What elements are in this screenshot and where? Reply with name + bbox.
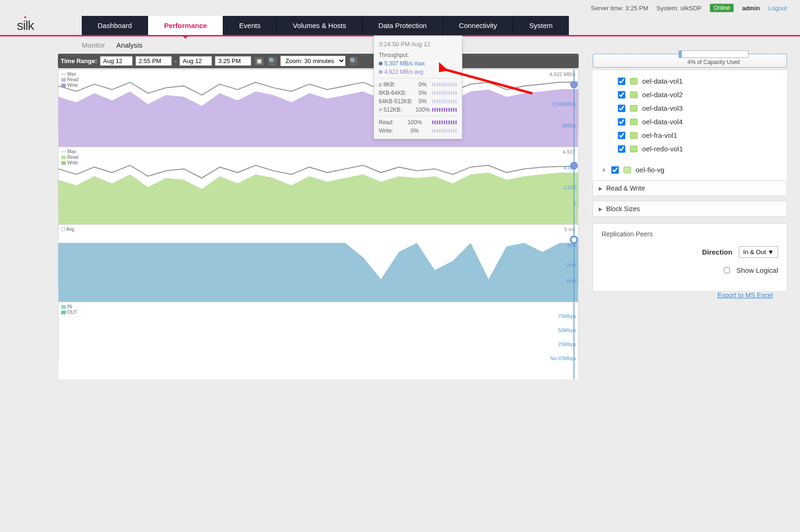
time-range-label: Time Range: [61, 57, 97, 64]
bandwidth-chart[interactable]: IN OUT 75Mbps 50Mbps 25Mbps No IOMbps [58, 302, 579, 362]
volume-checkbox[interactable] [618, 132, 625, 139]
read-write-panel[interactable]: Read & Write [593, 180, 787, 196]
tooltip-avg: 4,922 MB/s avg [379, 68, 457, 76]
vg-row: oel-fio-vg [593, 159, 787, 180]
top-bar: Server time: 3:25 PM System: silkSDP Onl… [0, 0, 800, 16]
disk-icon [630, 132, 637, 139]
iops-tip: 4,937 [562, 149, 575, 155]
volume-item[interactable]: oel-data-vol4 [618, 115, 787, 128]
to-time-input[interactable] [215, 56, 251, 66]
expand-icon[interactable] [603, 168, 606, 172]
direction-label: Direction [702, 248, 732, 256]
vg-checkbox[interactable] [611, 166, 619, 174]
subtab-monitor[interactable]: Monitor [82, 41, 105, 49]
disk-icon [630, 105, 637, 112]
bandwidth-legend: IN OUT [61, 304, 77, 315]
capacity-bar [679, 50, 749, 58]
volume-name: oel-data-vol3 [642, 104, 683, 112]
volume-item[interactable]: oel-data-vol2 [618, 88, 787, 101]
system-label: System: [657, 5, 679, 12]
export-link[interactable]: Export to MS Excel [717, 291, 773, 299]
main-tabs: DashboardPerformanceEventsVolumes & Host… [82, 16, 569, 35]
user-name[interactable]: admin [742, 5, 760, 12]
tab-performance[interactable]: Performance [148, 16, 223, 35]
volume-name: oel-data-vol1 [642, 77, 683, 85]
tab-connectivity[interactable]: Connectivity [443, 16, 514, 35]
server-time-value: 3:25 PM [625, 5, 648, 12]
volume-item[interactable]: oel-data-vol3 [618, 101, 787, 115]
show-logical-label[interactable]: Show Logical [736, 266, 778, 274]
latency-tip: 5 ms [564, 227, 575, 232]
header-row: silk DashboardPerformanceEventsVolumes &… [0, 16, 800, 36]
tab-events[interactable]: Events [223, 16, 277, 35]
volume-item[interactable]: oel-data-vol1 [618, 74, 787, 88]
tab-volumes-hosts[interactable]: Volumes & Hosts [277, 16, 362, 35]
export-row: Export to MS Excel [593, 291, 787, 299]
svg-point-3 [571, 81, 577, 88]
svg-rect-10 [58, 302, 578, 379]
system-name: silkSDP [680, 5, 702, 12]
volume-group-icon [623, 167, 631, 173]
disk-icon [630, 146, 637, 152]
iops-chart[interactable]: Max Read Write 4,937 4,000 2,000 0 [58, 147, 579, 207]
tooltip-section: Throughput: [379, 51, 457, 59]
replication-panel: Replication Peers Direction In & Out ▼ S… [593, 223, 787, 291]
zoom-out-button[interactable]: 🔍 [267, 56, 277, 66]
iops-legend: Max Read Write [61, 149, 78, 166]
volume-list: oel-data-vol1 oel-data-vol2 oel-data-vol… [593, 71, 787, 159]
latency-legend: Avg [61, 227, 74, 232]
capacity-label: 4% of Capacity Used [655, 59, 772, 65]
replication-title: Replication Peers [602, 230, 778, 238]
time-range-bar: Time Range: - ▣ 🔍 Zoom: 30 minutes 🔍 [58, 54, 579, 68]
from-time-input[interactable] [135, 56, 172, 66]
disk-icon [630, 78, 637, 85]
tab-dashboard[interactable]: Dashboard [82, 16, 148, 35]
chart-tooltip: 3:24:50 PM Aug 12 Throughput: 5,307 MB/s… [374, 35, 462, 139]
status-badge: Online [710, 4, 734, 12]
play-button[interactable]: ▣ [254, 56, 264, 66]
volume-item[interactable]: oel-redo-vol1 [618, 142, 787, 156]
capacity-widget: 4% of Capacity Used [655, 50, 772, 65]
volume-name: oel-data-vol4 [642, 118, 683, 126]
server-time-label: Server time: [591, 5, 623, 12]
throughput-chart[interactable]: Max Read Write 4,922 MB/s 2,000MB/s 0MB/… [58, 69, 579, 130]
tooltip-timestamp: 3:24:50 PM Aug 12 [379, 40, 457, 49]
volume-name: oel-fra-vol1 [642, 131, 677, 139]
tooltip-max: 5,307 MB/s max [379, 59, 457, 68]
latency-chart[interactable]: Avg 5 ms 4ms 2ms 0ms [58, 224, 579, 285]
vg-name[interactable]: oel-fio-vg [636, 166, 665, 174]
disk-icon [630, 119, 637, 125]
disk-icon [630, 92, 637, 98]
throughput-legend: Max Read Write [61, 71, 78, 88]
zoom-in-button[interactable]: 🔍 [348, 56, 359, 66]
to-date-input[interactable] [179, 56, 212, 66]
tab-system[interactable]: System [513, 16, 569, 35]
from-date-input[interactable] [100, 56, 133, 66]
volume-checkbox[interactable] [618, 78, 625, 85]
show-logical-checkbox[interactable] [724, 267, 730, 273]
volume-name: oel-redo-vol1 [642, 145, 683, 153]
volume-checkbox[interactable] [618, 118, 625, 126]
zoom-select[interactable]: Zoom: 30 minutes [280, 56, 346, 66]
volume-item[interactable]: oel-fra-vol1 [618, 128, 787, 142]
logo: silk [0, 18, 82, 33]
subtab-analysis[interactable]: Analysis [116, 41, 142, 49]
block-sizes-panel[interactable]: Block Sizes [593, 201, 787, 217]
volume-checkbox[interactable] [618, 105, 625, 112]
volume-name: oel-data-vol2 [642, 91, 683, 99]
logout-link[interactable]: Logout [768, 5, 787, 12]
volume-checkbox[interactable] [618, 91, 625, 99]
direction-select[interactable]: In & Out ▼ [739, 246, 778, 258]
tab-data-protection[interactable]: Data Protection [362, 16, 443, 35]
throughput-tip: 4,922 MB/s [549, 71, 575, 77]
volume-checkbox[interactable] [618, 145, 625, 153]
